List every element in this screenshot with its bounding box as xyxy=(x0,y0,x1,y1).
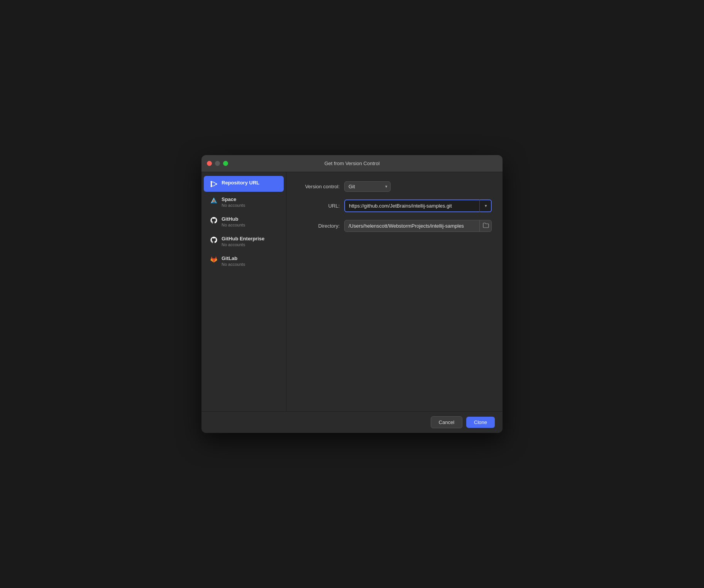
window-body: Repository URL Space No accounts xyxy=(201,172,503,411)
sidebar-item-gitlab[interactable]: GitLab No accounts xyxy=(204,252,284,270)
version-control-select[interactable]: Git Mercurial Subversion xyxy=(344,181,391,192)
sidebar-item-space[interactable]: Space No accounts xyxy=(204,193,284,211)
dialog-window: Get from Version Control Re xyxy=(201,155,503,433)
svg-point-2 xyxy=(211,186,212,187)
clone-button[interactable]: Clone xyxy=(466,417,495,428)
directory-input[interactable] xyxy=(344,220,492,232)
version-control-row: Version control: Git Mercurial Subversio… xyxy=(297,181,492,192)
github-icon xyxy=(210,216,218,224)
directory-input-wrapper xyxy=(344,220,492,232)
repo-url-icon xyxy=(210,180,218,188)
minimize-button[interactable] xyxy=(215,161,220,166)
close-button[interactable] xyxy=(207,161,212,166)
sidebar-item-gitlab-subtitle: No accounts xyxy=(222,262,245,267)
window-footer: Cancel Clone xyxy=(201,411,503,433)
sidebar-item-repository-url-title: Repository URL xyxy=(222,180,259,186)
version-control-label: Version control: xyxy=(297,184,340,189)
sidebar-item-space-content: Space No accounts xyxy=(222,196,245,208)
url-dropdown-chevron-icon: ▾ xyxy=(485,203,487,208)
svg-point-1 xyxy=(211,181,212,182)
url-input[interactable] xyxy=(344,199,492,212)
sidebar-item-repository-url[interactable]: Repository URL xyxy=(204,176,284,192)
url-row: URL: ▾ xyxy=(297,199,492,212)
sidebar-item-github-enterprise-subtitle: No accounts xyxy=(222,242,264,247)
sidebar-item-github-title: GitHub xyxy=(222,216,245,222)
sidebar: Repository URL Space No accounts xyxy=(201,172,286,411)
sidebar-item-gitlab-title: GitLab xyxy=(222,255,245,261)
sidebar-item-repository-url-content: Repository URL xyxy=(222,180,259,186)
window-title: Get from Version Control xyxy=(324,161,379,166)
sidebar-item-space-title: Space xyxy=(222,196,245,202)
traffic-lights xyxy=(207,161,228,166)
folder-icon xyxy=(483,223,489,229)
url-input-wrapper: ▾ xyxy=(344,199,492,212)
title-bar: Get from Version Control xyxy=(201,155,503,172)
cancel-button[interactable]: Cancel xyxy=(431,416,462,428)
sidebar-item-gitlab-content: GitLab No accounts xyxy=(222,255,245,267)
version-control-select-wrapper: Git Mercurial Subversion ▾ xyxy=(344,181,391,192)
gitlab-icon xyxy=(210,256,218,264)
main-content: Version control: Git Mercurial Subversio… xyxy=(286,172,503,411)
sidebar-item-github-subtitle: No accounts xyxy=(222,223,245,227)
sidebar-item-github-content: GitHub No accounts xyxy=(222,216,245,227)
sidebar-item-github-enterprise[interactable]: GitHub Enterprise No accounts xyxy=(204,232,284,251)
directory-browse-button[interactable] xyxy=(479,220,492,232)
github-enterprise-icon xyxy=(210,236,218,244)
maximize-button[interactable] xyxy=(223,161,228,166)
space-icon xyxy=(210,197,218,204)
sidebar-item-space-subtitle: No accounts xyxy=(222,203,245,208)
directory-label: Directory: xyxy=(297,223,340,229)
directory-row: Directory: xyxy=(297,220,492,232)
sidebar-item-github[interactable]: GitHub No accounts xyxy=(204,212,284,231)
url-dropdown-button[interactable]: ▾ xyxy=(479,199,492,212)
sidebar-item-github-enterprise-title: GitHub Enterprise xyxy=(222,236,264,242)
url-label: URL: xyxy=(297,203,340,209)
sidebar-item-github-enterprise-content: GitHub Enterprise No accounts xyxy=(222,236,264,247)
